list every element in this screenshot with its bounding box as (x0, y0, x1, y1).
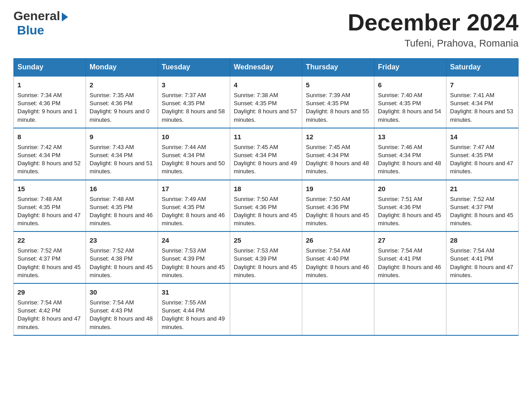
day-number: 26 (306, 235, 370, 245)
day-number: 2 (90, 80, 154, 90)
day-header-saturday: Saturday (446, 59, 519, 77)
calendar-cell: 6Sunrise: 7:40 AMSunset: 4:35 PMDaylight… (374, 76, 446, 128)
day-number: 23 (90, 235, 154, 245)
day-number: 31 (162, 287, 226, 297)
calendar-cell: 25Sunrise: 7:53 AMSunset: 4:39 PMDayligh… (230, 231, 302, 283)
day-number: 22 (17, 235, 82, 245)
day-number: 14 (450, 132, 515, 141)
day-number: 30 (90, 287, 154, 297)
day-header-wednesday: Wednesday (230, 59, 302, 77)
calendar-cell: 29Sunrise: 7:54 AMSunset: 4:42 PMDayligh… (14, 283, 86, 335)
calendar-cell: 31Sunrise: 7:55 AMSunset: 4:44 PMDayligh… (158, 283, 230, 335)
calendar-cell (302, 283, 374, 335)
week-row-2: 8Sunrise: 7:42 AMSunset: 4:34 PMDaylight… (14, 128, 519, 180)
month-title: December 2024 (348, 9, 519, 36)
calendar-cell: 24Sunrise: 7:53 AMSunset: 4:39 PMDayligh… (158, 231, 230, 283)
location-title: Tufeni, Prahova, Romania (348, 38, 519, 49)
logo: General Blue (13, 9, 68, 38)
day-number: 21 (450, 184, 515, 193)
calendar-cell: 18Sunrise: 7:50 AMSunset: 4:36 PMDayligh… (230, 180, 302, 232)
calendar-table: SundayMondayTuesdayWednesdayThursdayFrid… (13, 58, 519, 336)
calendar-cell: 19Sunrise: 7:50 AMSunset: 4:36 PMDayligh… (302, 180, 374, 232)
calendar-cell: 28Sunrise: 7:54 AMSunset: 4:41 PMDayligh… (446, 231, 519, 283)
calendar-cell: 16Sunrise: 7:48 AMSunset: 4:35 PMDayligh… (86, 180, 158, 232)
calendar-cell: 2Sunrise: 7:35 AMSunset: 4:36 PMDaylight… (86, 76, 158, 128)
day-header-friday: Friday (374, 59, 446, 77)
day-header-sunday: Sunday (14, 59, 86, 77)
calendar-cell: 8Sunrise: 7:42 AMSunset: 4:34 PMDaylight… (14, 128, 86, 180)
day-number: 29 (17, 287, 82, 297)
calendar-cell: 22Sunrise: 7:52 AMSunset: 4:37 PMDayligh… (14, 231, 86, 283)
day-number: 11 (234, 132, 298, 141)
calendar-cell: 30Sunrise: 7:54 AMSunset: 4:43 PMDayligh… (86, 283, 158, 335)
calendar-header-row: SundayMondayTuesdayWednesdayThursdayFrid… (14, 59, 519, 77)
calendar-cell: 4Sunrise: 7:38 AMSunset: 4:35 PMDaylight… (230, 76, 302, 128)
calendar-cell (446, 283, 519, 335)
day-header-tuesday: Tuesday (158, 59, 230, 77)
calendar-cell: 5Sunrise: 7:39 AMSunset: 4:35 PMDaylight… (302, 76, 374, 128)
logo-general-text: General (13, 9, 60, 23)
day-number: 8 (17, 132, 82, 141)
calendar-cell: 20Sunrise: 7:51 AMSunset: 4:36 PMDayligh… (374, 180, 446, 232)
calendar-cell: 1Sunrise: 7:34 AMSunset: 4:36 PMDaylight… (14, 76, 86, 128)
day-number: 13 (378, 132, 442, 141)
logo-arrow-icon (62, 13, 68, 21)
calendar-cell (230, 283, 302, 335)
day-number: 15 (17, 184, 82, 193)
calendar-cell: 27Sunrise: 7:54 AMSunset: 4:41 PMDayligh… (374, 231, 446, 283)
title-section: December 2024 Tufeni, Prahova, Romania (348, 9, 519, 49)
day-number: 5 (306, 80, 370, 90)
calendar-cell: 15Sunrise: 7:48 AMSunset: 4:35 PMDayligh… (14, 180, 86, 232)
day-number: 12 (306, 132, 370, 141)
calendar-cell: 17Sunrise: 7:49 AMSunset: 4:35 PMDayligh… (158, 180, 230, 232)
day-header-monday: Monday (86, 59, 158, 77)
calendar-cell: 10Sunrise: 7:44 AMSunset: 4:34 PMDayligh… (158, 128, 230, 180)
week-row-1: 1Sunrise: 7:34 AMSunset: 4:36 PMDaylight… (14, 76, 519, 128)
day-number: 27 (378, 235, 442, 245)
day-number: 24 (162, 235, 226, 245)
day-number: 7 (450, 80, 515, 90)
calendar-cell: 7Sunrise: 7:41 AMSunset: 4:34 PMDaylight… (446, 76, 519, 128)
day-number: 19 (306, 184, 370, 193)
calendar-cell: 3Sunrise: 7:37 AMSunset: 4:35 PMDaylight… (158, 76, 230, 128)
calendar-cell: 14Sunrise: 7:47 AMSunset: 4:35 PMDayligh… (446, 128, 519, 180)
day-number: 17 (162, 184, 226, 193)
day-number: 25 (234, 235, 298, 245)
day-number: 10 (162, 132, 226, 141)
calendar-cell: 13Sunrise: 7:46 AMSunset: 4:34 PMDayligh… (374, 128, 446, 180)
calendar-cell: 9Sunrise: 7:43 AMSunset: 4:34 PMDaylight… (86, 128, 158, 180)
calendar-cell: 23Sunrise: 7:52 AMSunset: 4:38 PMDayligh… (86, 231, 158, 283)
week-row-5: 29Sunrise: 7:54 AMSunset: 4:42 PMDayligh… (14, 283, 519, 335)
calendar-cell: 26Sunrise: 7:54 AMSunset: 4:40 PMDayligh… (302, 231, 374, 283)
logo-blue-text: Blue (17, 23, 44, 38)
week-row-4: 22Sunrise: 7:52 AMSunset: 4:37 PMDayligh… (14, 231, 519, 283)
day-header-thursday: Thursday (302, 59, 374, 77)
calendar-cell (374, 283, 446, 335)
page-header: General Blue December 2024 Tufeni, Praho… (13, 9, 519, 49)
day-number: 4 (234, 80, 298, 90)
day-number: 16 (90, 184, 154, 193)
calendar-cell: 11Sunrise: 7:45 AMSunset: 4:34 PMDayligh… (230, 128, 302, 180)
calendar-cell: 21Sunrise: 7:52 AMSunset: 4:37 PMDayligh… (446, 180, 519, 232)
calendar-cell: 12Sunrise: 7:45 AMSunset: 4:34 PMDayligh… (302, 128, 374, 180)
day-number: 18 (234, 184, 298, 193)
week-row-3: 15Sunrise: 7:48 AMSunset: 4:35 PMDayligh… (14, 180, 519, 232)
day-number: 3 (162, 80, 226, 90)
day-number: 6 (378, 80, 442, 90)
day-number: 9 (90, 132, 154, 141)
day-number: 28 (450, 235, 515, 245)
day-number: 20 (378, 184, 442, 193)
day-number: 1 (17, 80, 82, 90)
